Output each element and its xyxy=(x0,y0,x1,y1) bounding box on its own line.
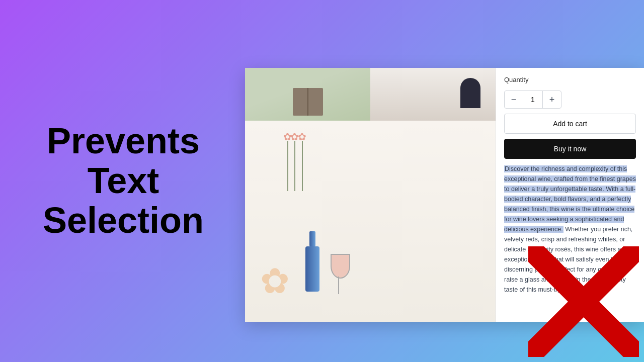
quantity-control: − 1 + xyxy=(504,90,561,109)
image-wine-scene: ✿ xyxy=(245,121,496,322)
flowers-decoration xyxy=(285,141,305,191)
buy-now-button[interactable]: Buy it now xyxy=(504,139,636,159)
flower-stem-2 xyxy=(294,141,295,191)
flower-stem-1 xyxy=(287,141,288,191)
lily-decoration: ✿ xyxy=(260,260,290,302)
red-x-overlay xyxy=(528,246,639,357)
images-top-row xyxy=(245,68,496,121)
image-cabinet xyxy=(245,68,370,121)
images-panel: ✿ xyxy=(245,68,496,322)
description-highlighted: Discover the richness and complexity of … xyxy=(504,165,636,233)
main-headline: Prevents Text Selection xyxy=(15,121,231,241)
image-person xyxy=(370,68,496,121)
wine-bottle xyxy=(305,231,319,292)
bottle-neck xyxy=(309,231,315,246)
headline-line1: Prevents Text xyxy=(47,121,200,201)
quantity-label: Quantity xyxy=(504,76,636,83)
quantity-increase-button[interactable]: + xyxy=(543,91,561,108)
quantity-value: 1 xyxy=(523,91,543,108)
headline-line2: Selection xyxy=(43,201,204,241)
quantity-decrease-button[interactable]: − xyxy=(505,91,523,108)
wine-glass xyxy=(328,254,351,294)
add-to-cart-button[interactable]: Add to cart xyxy=(504,114,636,134)
red-x-svg xyxy=(528,246,639,357)
flower-stem-3 xyxy=(302,141,303,191)
bottle-body xyxy=(305,246,319,292)
